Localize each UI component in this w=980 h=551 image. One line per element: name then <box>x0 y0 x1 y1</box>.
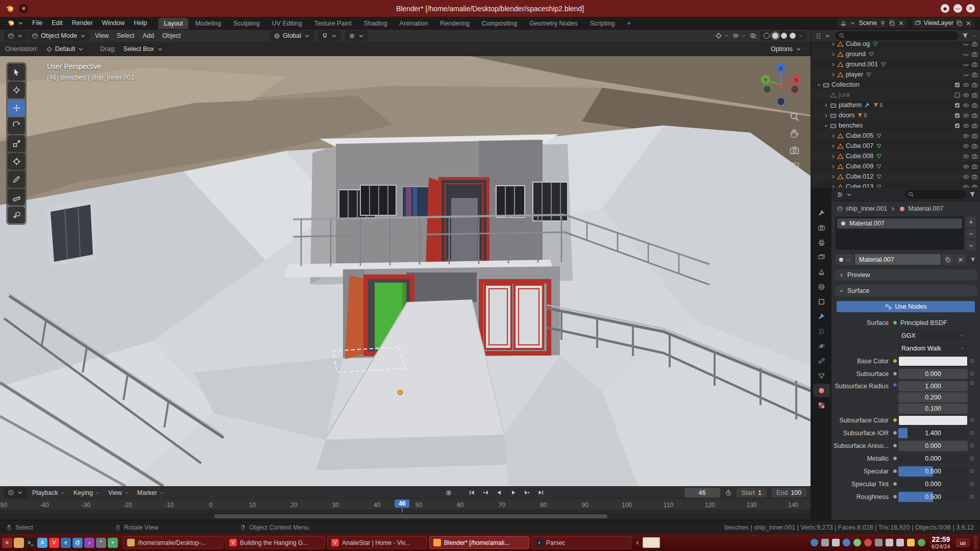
number-field-subsurface-radius[interactable]: 1.000 <box>898 381 968 391</box>
tray-icon-volume[interactable] <box>886 539 893 546</box>
disable-in-renders-toggle[interactable] <box>971 133 978 139</box>
properties-tab-texture[interactable] <box>813 398 830 412</box>
rendered-shading-button[interactable] <box>790 33 796 39</box>
tab-layout[interactable]: Layout <box>158 18 189 29</box>
disable-in-renders-toggle[interactable] <box>971 163 978 170</box>
tray-icon-display[interactable] <box>821 539 829 546</box>
properties-search-input[interactable] <box>904 190 966 199</box>
new-viewlayer-icon[interactable] <box>956 20 963 27</box>
collection-checkbox[interactable] <box>954 122 961 129</box>
collection-checkbox[interactable] <box>954 92 961 98</box>
mode-dropdown[interactable]: Object Mode <box>28 31 90 41</box>
decorator-icon[interactable] <box>970 418 974 422</box>
tool-transform[interactable] <box>8 153 25 170</box>
tab-sculpting[interactable]: Sculpting <box>228 18 265 29</box>
disable-in-renders-toggle[interactable] <box>971 173 978 180</box>
drag-dropdown[interactable]: Select Box <box>120 44 167 54</box>
outliner-item-cube-008[interactable]: Cube.008 <box>811 151 980 161</box>
viewport-menu-add[interactable]: Add <box>139 32 158 39</box>
number-field-subsurface[interactable]: 0.000 <box>898 369 968 379</box>
disable-in-renders-toggle[interactable] <box>971 153 978 160</box>
outliner-item-platform[interactable]: platform5 <box>811 100 980 110</box>
disable-in-renders-toggle[interactable] <box>971 51 978 58</box>
disable-in-renders-toggle[interactable] <box>971 184 978 188</box>
tool-scale[interactable] <box>8 135 25 152</box>
dropdown-ggx[interactable]: GGX <box>898 331 968 341</box>
disable-in-renders-toggle[interactable] <box>971 82 978 88</box>
taskbar-window-vivaldi[interactable]: VBuilding the Hanging G... <box>225 536 325 549</box>
taskbar-window-parsec[interactable]: ›Parsec <box>531 536 631 549</box>
decorator-icon[interactable] <box>970 359 974 363</box>
disclosure-icon[interactable] <box>822 113 830 118</box>
color-swatch-subsurface-color[interactable] <box>898 415 968 425</box>
tray-icon-battery[interactable] <box>907 539 915 546</box>
tab-rendering[interactable]: Rendering <box>434 18 475 29</box>
slider-roughness[interactable]: 0.500 <box>898 492 968 502</box>
color-swatch-base-color[interactable] <box>898 356 968 366</box>
taskbar-window-blender[interactable]: Blender* [/home/amali... <box>429 536 529 549</box>
tool-rotate[interactable] <box>8 117 25 134</box>
close-icon[interactable] <box>898 20 904 27</box>
hide-in-viewport-toggle[interactable] <box>963 82 969 88</box>
options-dropdown[interactable]: Options <box>767 44 805 54</box>
tool-add-cube[interactable] <box>8 207 25 223</box>
viewlayer-selector[interactable]: ViewLayer <box>912 18 975 28</box>
slider-metallic[interactable]: 0.000 <box>898 454 968 464</box>
menu-render[interactable]: Render <box>67 17 97 30</box>
timeline-editor-type-button[interactable] <box>4 488 27 498</box>
tool-select-box[interactable] <box>8 64 25 81</box>
taskbar-window-vivaldi[interactable]: VAnalieStar | Home - Viv... <box>327 536 427 549</box>
stopwatch-icon[interactable] <box>725 489 732 496</box>
taskbar-window-files[interactable]: /home/amalie/Desktop-... <box>123 536 223 549</box>
pin-icon[interactable] <box>879 20 886 27</box>
properties-tab-constraints[interactable] <box>813 354 830 367</box>
shading-dropdown-icon[interactable] <box>798 33 803 38</box>
titlebar[interactable]: Blender* [/home/amalie/Desktop/blender/s… <box>0 0 980 17</box>
outliner-item-benches[interactable]: benches <box>811 120 980 131</box>
window-close-button[interactable]: ✕ <box>966 4 975 13</box>
hide-in-viewport-toggle[interactable] <box>963 173 969 180</box>
properties-tab-tool[interactable] <box>813 206 830 219</box>
chevron-down-icon[interactable] <box>972 33 977 38</box>
launcher-file-manager[interactable] <box>14 538 24 548</box>
hide-in-viewport-toggle[interactable] <box>963 92 969 98</box>
outliner-item-doors[interactable]: doors9 <box>811 110 980 120</box>
launcher-settings[interactable]: * <box>96 538 106 548</box>
disclosure-icon[interactable] <box>829 164 837 169</box>
properties-tab-physics[interactable] <box>813 339 830 353</box>
toggle-ortho-icon[interactable] <box>789 162 800 172</box>
tab--[interactable]: + <box>621 18 636 29</box>
scrollbar-handle[interactable] <box>214 514 607 518</box>
disclosure-icon[interactable] <box>829 52 837 57</box>
outliner-item-cube-013[interactable]: Cube.013 <box>811 182 980 188</box>
show-gizmo-button[interactable] <box>715 32 729 39</box>
use-nodes-button[interactable]: Use Nodes <box>837 301 975 312</box>
tool-move[interactable] <box>8 99 25 116</box>
camera-view-icon[interactable] <box>789 145 800 156</box>
editor-type-button[interactable] <box>4 31 27 41</box>
show-overlays-button[interactable] <box>732 32 746 39</box>
tab-texture-paint[interactable]: Texture Paint <box>309 18 357 29</box>
disable-in-renders-toggle[interactable] <box>971 143 978 149</box>
hide-in-viewport-toggle[interactable] <box>963 51 969 58</box>
snapping-button[interactable] <box>318 31 341 41</box>
tab-compositing[interactable]: Compositing <box>476 18 523 29</box>
slot-specials-button[interactable] <box>966 240 976 251</box>
material-shading-button[interactable] <box>781 33 787 39</box>
axis-neg-y-icon[interactable] <box>763 85 771 93</box>
tab-uv-editing[interactable]: UV Editing <box>266 18 308 29</box>
disable-in-renders-toggle[interactable] <box>971 122 978 129</box>
properties-tab-scene[interactable] <box>813 265 830 279</box>
outliner-search-input[interactable] <box>835 31 959 40</box>
outliner-item-ground-001[interactable]: ground.001 <box>811 59 980 69</box>
slider-subsurface-ior[interactable]: 1.400 <box>898 428 968 438</box>
decorator-icon[interactable] <box>970 469 974 473</box>
browse-material-button[interactable] <box>836 254 853 265</box>
outliner-item-collection[interactable]: Collection <box>811 80 980 90</box>
decorator-icon[interactable] <box>970 495 974 498</box>
decorator-icon[interactable] <box>970 372 974 375</box>
number-field-subsurface-radius[interactable]: 0.200 <box>898 392 968 403</box>
hide-in-viewport-toggle[interactable] <box>963 41 969 47</box>
timeline-menu-marker[interactable]: Marker <box>133 489 168 496</box>
filter-icon[interactable] <box>969 191 976 198</box>
